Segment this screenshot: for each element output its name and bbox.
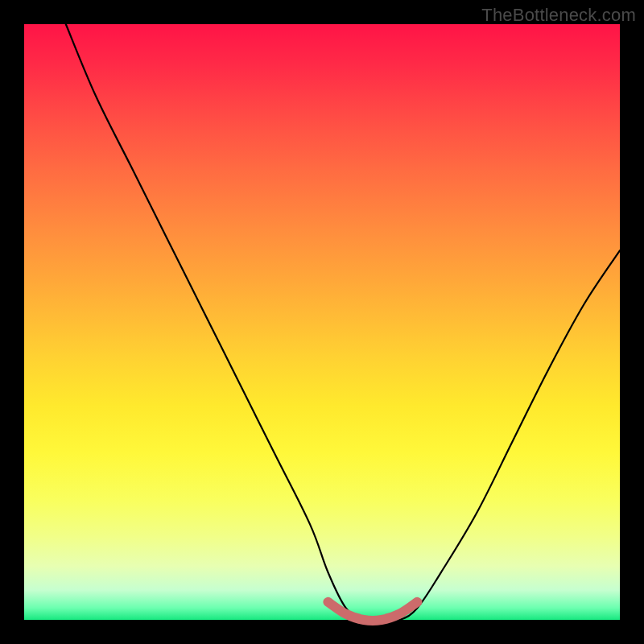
chart-frame: TheBottleneck.com (0, 0, 644, 644)
bottleneck-curve-path (66, 24, 620, 621)
chart-plot-area (24, 24, 620, 620)
watermark-text: TheBottleneck.com (481, 5, 636, 26)
chart-svg (24, 24, 620, 620)
